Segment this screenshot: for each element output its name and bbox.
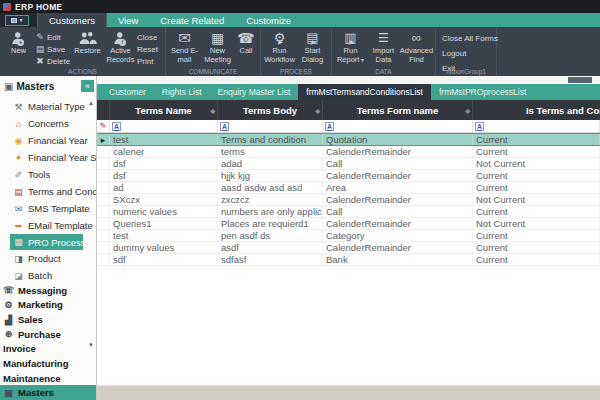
text-filter-icon[interactable] (220, 122, 229, 131)
nav-invoice[interactable]: Invoice (0, 342, 96, 357)
sidebar-item-label: Financial Year Se.. (28, 152, 96, 163)
advanced-find-button[interactable]: Advanced Find (400, 28, 433, 64)
column-header-terms-form-name[interactable]: Terms Form name (323, 100, 473, 120)
gears-icon (274, 28, 286, 47)
nav-masters[interactable]: ▣ Masters (0, 385, 96, 400)
cell-terms-body: aasd asdw asd asd (218, 182, 323, 193)
nav-marketing[interactable]: ⚙ Marketing (0, 298, 96, 313)
sidebar-item-financial-year-se[interactable]: ✦ Financial Year Se.. (0, 149, 96, 166)
cell-is-terms: Current (473, 170, 600, 181)
restore-button[interactable]: Restore (71, 28, 104, 56)
sidebar-item-label: EMail Template (28, 220, 93, 231)
text-filter-icon[interactable] (325, 122, 334, 131)
sidebar-item-tools[interactable]: ✐ Tools (0, 166, 96, 183)
doc-tab-terms-conditions-list[interactable]: frmMstTermsandConditionsList (298, 84, 431, 100)
new-meeting-button[interactable]: New Meeting (201, 28, 234, 64)
column-header-terms-body[interactable]: Terms Body (218, 100, 323, 120)
nav-sales[interactable]: ▟ Sales (0, 312, 96, 327)
sidebar-item-icon: ⚒ (13, 102, 24, 112)
nav-item-label: Maintanence (3, 373, 61, 384)
run-report-button[interactable]: Run Report (334, 28, 367, 64)
scroll-down-icon[interactable]: ▼ (88, 342, 94, 348)
active-records-button[interactable]: ! Active Records (104, 28, 137, 64)
cell-terms-form-name: CalenderRemainder (323, 218, 473, 229)
application-menu-button[interactable] (5, 15, 29, 26)
run-workflow-button[interactable]: Run Workflow (263, 28, 296, 64)
table-row[interactable]: dsf adad Call Not Current (97, 158, 600, 170)
scrollbar-thumb[interactable] (568, 77, 592, 83)
reset-button[interactable]: Reset (137, 44, 163, 54)
doc-tab-pro-process-list[interactable]: frmMstPROprocessList (431, 84, 534, 100)
table-row[interactable]: ad aasd asdw asd asd Area Current (97, 182, 600, 194)
doc-tab-enquiry-master-list[interactable]: Enquiry Master List (210, 84, 299, 100)
filter-cell-terms-name[interactable] (110, 120, 218, 132)
sidebar-item-concerns[interactable]: ⌂ Concerns (0, 115, 96, 132)
table-row[interactable]: SXczx zxczcz CalenderRemainder Not Curre… (97, 194, 600, 206)
save-button[interactable]: Save (35, 44, 71, 54)
delete-button[interactable]: Delete (35, 56, 71, 66)
nav-manufacturing[interactable]: Manufacturing (0, 356, 96, 371)
table-row[interactable]: dummy values asdf CalenderRemainder Curr… (97, 242, 600, 254)
table-row[interactable]: dsf hjjk kjg CalenderRemainder Current (97, 170, 600, 182)
send-email-button[interactable]: Send E-mail (168, 28, 201, 64)
table-row[interactable]: Queries1 Places are requierd1 CalenderRe… (97, 218, 600, 230)
text-filter-icon[interactable] (112, 122, 121, 131)
table-row[interactable]: sdf sdfasf Bank Current (97, 254, 600, 266)
sidebar-item-batch[interactable]: ◪ Batch (0, 267, 96, 283)
group-label-data: DATA (332, 67, 435, 76)
people-group-icon (79, 28, 97, 47)
doc-tab-rights-list[interactable]: Rights List (154, 84, 210, 100)
column-header-terms-name[interactable]: Terms Name (110, 100, 218, 120)
call-button[interactable]: Call (234, 28, 258, 56)
close-button[interactable]: Close (137, 32, 163, 42)
cell-terms-body: adad (218, 158, 323, 169)
table-row[interactable]: test Terms and condition Quotation Curre… (97, 133, 600, 146)
sidebar-item-material-type[interactable]: ⚒ Material Type (0, 98, 96, 115)
text-filter-icon[interactable] (475, 122, 484, 131)
nav-item-label: Masters (18, 387, 54, 398)
close-all-forms-button[interactable]: Close All Forms (442, 33, 494, 43)
cell-terms-form-name: CalenderRemainder (323, 146, 473, 157)
nav-messaging[interactable]: ☏ Messaging (0, 283, 96, 298)
tab-create-related[interactable]: Create Related (149, 13, 235, 27)
tab-customers[interactable]: Customers (37, 13, 107, 27)
import-data-button[interactable]: Import Data (367, 28, 400, 64)
cell-is-terms: Not Current (473, 158, 600, 169)
sidebar-item-email-template[interactable]: ➥ EMail Template (0, 217, 96, 234)
sidebar-item-product[interactable]: ◨ Product (0, 250, 96, 267)
doc-tab-customer[interactable]: Customer (101, 84, 154, 100)
doc-tab-label: Customer (109, 87, 146, 97)
cell-terms-body: terms (218, 146, 323, 157)
column-header-is-terms[interactable]: Is Terms and Con (473, 100, 600, 120)
cell-terms-form-name: Call (323, 206, 473, 217)
tab-view[interactable]: View (107, 13, 149, 27)
edit-button[interactable]: Edit (35, 32, 71, 42)
table-row[interactable]: numeric values numbers are only applical… (97, 206, 600, 218)
nav-purchase[interactable]: ⊛ Purchase (0, 327, 96, 342)
table-row[interactable]: calener terms CalenderRemainder Current (97, 146, 600, 158)
tab-customize[interactable]: Customize (235, 13, 302, 27)
row-indicator (97, 254, 110, 265)
sidebar-item-sms-template[interactable]: ✉ SMS Template (0, 200, 96, 217)
start-dialog-button[interactable]: Start Dialog (296, 28, 329, 64)
row-indicator (97, 158, 110, 169)
filter-cell-terms-form-name[interactable] (323, 120, 473, 132)
nav-item-label: Invoice (3, 343, 36, 354)
filter-cell-terms-body[interactable] (218, 120, 323, 132)
print-button[interactable]: Print (137, 56, 163, 66)
row-indicator (97, 206, 110, 217)
nav-maintanence[interactable]: Maintanence (0, 371, 96, 386)
filter-cell-is-terms[interactable] (473, 120, 600, 132)
sidebar-item-label: SMS Template (28, 203, 90, 214)
collapse-sidebar-button[interactable] (81, 80, 94, 92)
logout-button[interactable]: Logout (442, 48, 494, 58)
cell-is-terms: Current (473, 182, 600, 193)
sidebar-item-pro-process[interactable]: ▦ PRO Process (10, 234, 83, 250)
scroll-up-icon[interactable]: ▲ (88, 100, 94, 106)
new-button[interactable]: + New (2, 28, 35, 56)
sidebar-item-financial-year[interactable]: ◉ Financial Year (0, 132, 96, 149)
row-indicator (97, 170, 110, 181)
cell-terms-body: sdfasf (218, 254, 323, 265)
table-row[interactable]: test pen asdf ds Category Current (97, 230, 600, 242)
sidebar-item-terms-and-conditions[interactable]: ▤ Terms and Condit.. (0, 183, 96, 200)
